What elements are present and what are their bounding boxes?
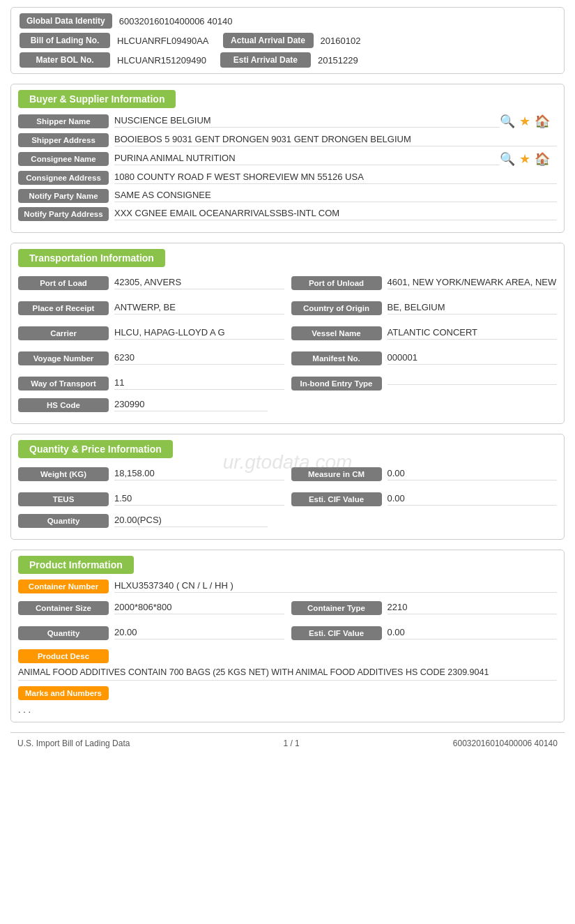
mater-bol-value: HLCUANR151209490 [117, 55, 206, 66]
carrier-row: Carrier HLCU, HAPAG-LLOYD A G [18, 323, 284, 344]
port-of-unload-row: Port of Unload 4601, NEW YORK/NEWARK ARE… [291, 273, 558, 294]
consignee-address-label: Consignee Address [18, 171, 109, 185]
port-of-load-label: Port of Load [18, 276, 109, 290]
notify-party-address-value: XXX CGNEE EMAIL OCEANARRIVALSSBS-INTL CO… [114, 208, 557, 220]
actual-arrival-date-value: 20160102 [321, 36, 361, 46]
shipper-name-row: Shipper Name NUSCIENCE BELGIUM 🔍 ★ 🏠 [11, 114, 564, 129]
transportation-grid: Port of Load 42305, ANVERS Port of Unloa… [11, 273, 564, 394]
esti-cif-value-row-pi: Esti. CIF Value 0.00 [291, 623, 558, 644]
teus-label: TEUS [18, 492, 109, 506]
shipper-name-value: NUSCIENCE BELGIUM [114, 115, 500, 128]
vessel-name-value: ATLANTIC CONCERT [388, 327, 558, 340]
page-footer: U.S. Import Bill of Lading Data 1 / 1 60… [10, 732, 565, 751]
consignee-home-icon[interactable]: 🏠 [535, 151, 550, 167]
product-information-section: Product Information Container Number HLX… [10, 550, 565, 722]
container-size-value: 2000*806*800 [114, 602, 284, 614]
weight-kg-value: 18,158.00 [114, 468, 284, 480]
country-of-origin-row: Country of Origin BE, BELGIUM [291, 298, 558, 319]
actual-arrival-date-label: Actual Arrival Date [223, 33, 314, 48]
container-number-value: HLXU3537340 ( CN / L / HH ) [114, 580, 557, 593]
port-of-unload-label: Port of Unload [291, 276, 382, 290]
hs-code-value: 230990 [114, 399, 268, 411]
vessel-name-row: Vessel Name ATLANTIC CONCERT [291, 323, 558, 344]
quantity-row-pi: Quantity 20.00 [18, 623, 284, 644]
shipper-address-row: Shipper Address BOOIEBOS 5 9031 GENT DRO… [11, 133, 564, 147]
transportation-header: Transportation Information [18, 249, 165, 267]
teus-value: 1.50 [114, 493, 284, 506]
place-of-receipt-row: Place of Receipt ANTWERP, BE [18, 298, 284, 319]
teus-row: TEUS 1.50 [18, 489, 284, 510]
port-of-load-row: Port of Load 42305, ANVERS [18, 273, 284, 294]
quantity-price-grid: Weight (KG) 18,158.00 Measure in CM 0.00… [11, 464, 564, 510]
in-bond-entry-type-value [388, 383, 558, 385]
product-information-header: Product Information [18, 556, 134, 574]
manifest-no-value: 000001 [388, 352, 558, 365]
carrier-value: HLCU, HAPAG-LLOYD A G [114, 327, 284, 340]
esti-arrival-date-value: 20151229 [318, 55, 358, 66]
bill-of-lading-label: Bill of Lading No. [20, 33, 110, 48]
in-bond-entry-type-row: In-bond Entry Type [291, 373, 558, 394]
hs-code-label: HS Code [18, 398, 109, 412]
notify-party-address-label: Notify Party Address [18, 207, 109, 221]
esti-cif-value-1: 0.00 [388, 493, 558, 506]
esti-cif-value-label-1: Esti. CIF Value [291, 492, 382, 506]
identity-section: Global Data Identity 60032016010400006 4… [10, 7, 565, 74]
product-desc-label: Product Desc [18, 649, 109, 663]
marks-and-numbers-label: Marks and Numbers [18, 686, 109, 700]
container-size-label: Container Size [18, 601, 109, 615]
esti-cif-value-row: Esti. CIF Value 0.00 [291, 489, 558, 510]
notify-party-name-label: Notify Party Name [18, 189, 109, 203]
quantity-value-qp: 20.00(PCS) [114, 515, 268, 527]
quantity-price-header: Quantity & Price Information [18, 440, 173, 458]
product-desc-label-row: Product Desc [11, 649, 564, 663]
consignee-name-row: Consignee Name PURINA ANIMAL NUTRITION 🔍… [11, 151, 564, 167]
voyage-number-value: 6230 [114, 352, 284, 365]
marks-and-numbers-label-row: Marks and Numbers [11, 686, 564, 700]
global-data-identity-value: 60032016010400006 40140 [119, 16, 233, 26]
weight-kg-label: Weight (KG) [18, 467, 109, 481]
container-type-value: 2210 [388, 602, 558, 614]
bill-of-lading-row: Bill of Lading No. HLCUANRFL09490AA Actu… [20, 33, 555, 48]
marks-block: . . . [18, 704, 557, 715]
footer-right: 60032016010400006 40140 [453, 739, 558, 748]
esti-cif-value-pi: 0.00 [388, 627, 558, 639]
esti-arrival-date-label: Esti Arrival Date [220, 52, 311, 68]
consignee-name-value: PURINA ANIMAL NUTRITION [114, 153, 500, 165]
global-data-identity-row: Global Data Identity 60032016010400006 4… [20, 13, 555, 29]
place-of-receipt-label: Place of Receipt [18, 301, 109, 315]
port-of-unload-value: 4601, NEW YORK/NEWARK AREA, NEW [388, 277, 558, 289]
page-wrapper: ur.gtodata.com Global Data Identity 6003… [0, 0, 575, 924]
search-icon[interactable]: 🔍 [500, 114, 515, 129]
consignee-icons: 🔍 ★ 🏠 [500, 151, 557, 167]
measure-in-cm-value: 0.00 [388, 468, 558, 480]
way-of-transport-value: 11 [114, 377, 284, 390]
consignee-name-label: Consignee Name [18, 152, 109, 166]
mater-bol-row: Mater BOL No. HLCUANR151209490 Esti Arri… [20, 52, 555, 68]
buyer-supplier-header: Buyer & Supplier Information [18, 90, 176, 108]
consignee-search-icon[interactable]: 🔍 [500, 151, 515, 167]
notify-party-name-value: SAME AS CONSIGNEE [114, 190, 557, 202]
product-details-grid: Container Size 2000*806*800 Container Ty… [11, 598, 564, 644]
consignee-star-icon[interactable]: ★ [519, 151, 530, 167]
manifest-no-row: Manifest No. 000001 [291, 348, 558, 369]
product-desc-block: ANIMAL FOOD ADDITIVES CONTAIN 700 BAGS (… [18, 667, 557, 681]
home-icon[interactable]: 🏠 [535, 114, 550, 129]
notify-party-name-row: Notify Party Name SAME AS CONSIGNEE [11, 189, 564, 203]
in-bond-entry-type-label: In-bond Entry Type [291, 377, 382, 391]
quantity-value-pi: 20.00 [114, 627, 284, 639]
transportation-section: Transportation Information Port of Load … [10, 243, 565, 424]
container-type-row: Container Type 2210 [291, 598, 558, 619]
voyage-number-label: Voyage Number [18, 351, 109, 365]
shipper-address-value: BOOIEBOS 5 9031 GENT DRONGEN 9031 GENT D… [114, 134, 557, 146]
container-type-label: Container Type [291, 601, 382, 615]
container-number-row: Container Number HLXU3537340 ( CN / L / … [11, 580, 564, 593]
vessel-name-label: Vessel Name [291, 326, 382, 340]
port-of-load-value: 42305, ANVERS [114, 277, 284, 289]
container-number-label: Container Number [18, 580, 109, 593]
consignee-address-row: Consignee Address 1080 COUNTY ROAD F WES… [11, 171, 564, 185]
global-data-identity-label: Global Data Identity [20, 13, 112, 29]
star-icon[interactable]: ★ [519, 114, 530, 129]
hs-code-row: HS Code 230990 [11, 398, 564, 412]
way-of-transport-row: Way of Transport 11 [18, 373, 284, 394]
consignee-address-value: 1080 COUNTY ROAD F WEST SHOREVIEW MN 551… [114, 172, 557, 184]
